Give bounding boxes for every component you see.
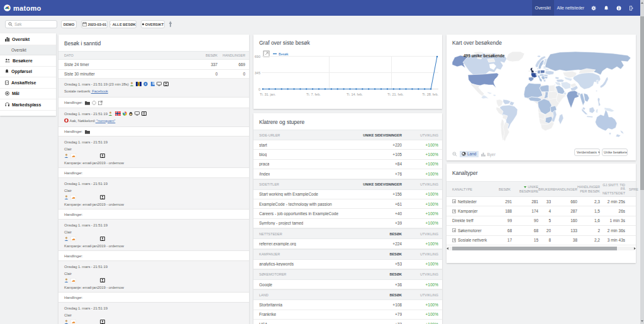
svg-text:Ti. 28. feb.: Ti. 28. feb. (422, 92, 438, 96)
svg-text:Ti. 31. jan.: Ti. 31. jan. (260, 92, 276, 96)
svg-text:Besøk: Besøk (279, 52, 289, 56)
svg-text:Ti. 14. feb.: Ti. 14. feb. (347, 92, 363, 96)
svg-text:Ti. 7. feb.: Ti. 7. feb. (306, 92, 321, 96)
svg-text:345: 345 (255, 71, 260, 75)
svg-text:Ti. 21. feb.: Ti. 21. feb. (387, 92, 404, 96)
svg-text:0: 0 (258, 87, 260, 91)
svg-text:690: 690 (255, 55, 260, 59)
